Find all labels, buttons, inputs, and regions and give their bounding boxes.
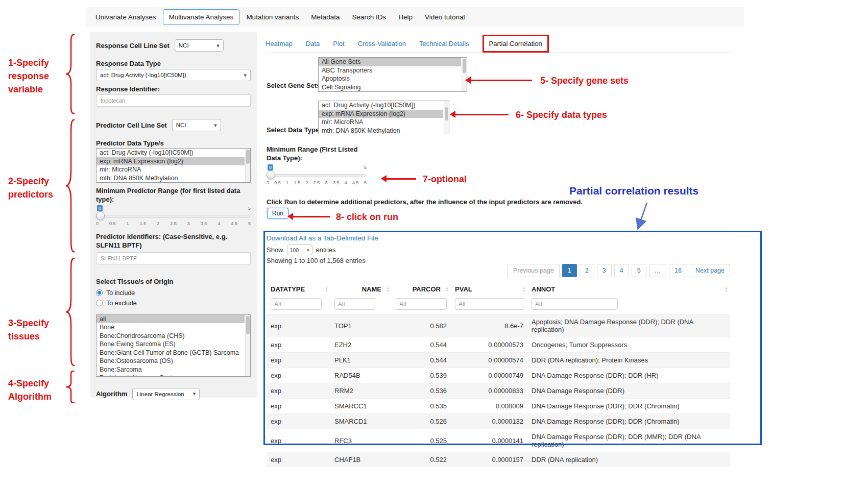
entries-per-page-select[interactable]: 100 ▾ xyxy=(287,245,312,255)
response-identifier-input[interactable] xyxy=(96,94,251,107)
next-page-button[interactable]: Next page xyxy=(690,264,730,277)
listbox-option[interactable]: all xyxy=(97,315,245,324)
table-row[interactable]: exp TOP1 0.582 8.6e-7 Apoptosis; DNA Dam… xyxy=(267,314,730,337)
radio-icon[interactable] xyxy=(96,300,103,306)
listbox-option[interactable]: mir: MicroRNA xyxy=(319,118,443,127)
column-filter-input[interactable] xyxy=(532,298,618,310)
listbox-option[interactable]: Bone:Ewing Sarcoma (ES) xyxy=(97,340,245,349)
listbox-option[interactable]: act: Drug Activity (-log10[IC50M]) xyxy=(97,149,245,157)
scrollbar[interactable] xyxy=(245,315,250,376)
column-filter-input[interactable] xyxy=(455,298,523,310)
tab[interactable]: Heatmap xyxy=(266,40,293,47)
column-filter-input[interactable] xyxy=(271,298,322,310)
nav-item[interactable]: Video tutorial xyxy=(419,10,471,25)
tissue-radio-option[interactable]: To include xyxy=(96,288,251,298)
nav-item[interactable]: Multivariate Analyses xyxy=(163,9,240,25)
column-header[interactable]: PARCOR ▲▼ xyxy=(392,281,451,297)
tissue-radio-option[interactable]: To exclude xyxy=(96,298,251,308)
tab[interactable]: Plot xyxy=(333,40,344,47)
download-link[interactable]: Download All as a Tab-Delimited File xyxy=(267,234,378,242)
nav-item[interactable]: Search IDs xyxy=(346,10,392,25)
table-row[interactable]: exp RRM2 0.536 0.00000833 DNA Damage Res… xyxy=(267,383,730,399)
sort-icon[interactable]: ▲▼ xyxy=(445,286,449,292)
page-button[interactable]: … xyxy=(649,264,667,277)
listbox-option[interactable]: Bone:Giant Cell Tumor of Bone (GCTB) Sar… xyxy=(97,349,245,357)
slider-handle[interactable] xyxy=(267,170,275,179)
predictor-data-types-listbox[interactable]: act: Drug Activity (-log10[IC50M]) exp: … xyxy=(96,148,251,183)
radio-icon[interactable] xyxy=(96,289,103,296)
slider-tick-label: 4.5 xyxy=(231,221,237,226)
nav-item[interactable]: Metadata xyxy=(305,10,345,25)
gene-sets-listbox[interactable]: All Gene Sets ABC Transporters Apoptosis… xyxy=(318,57,467,92)
nav-item[interactable]: Mutation variants xyxy=(240,10,304,25)
page-button[interactable]: 4 xyxy=(614,264,629,277)
column-header[interactable]: PVAL ▲▼ xyxy=(451,281,527,297)
cell-annot: DNA Damage Response (DDR); DDR (Chromati… xyxy=(527,414,730,429)
tissue-listbox[interactable]: all Bone Bone:Chondrosarcoma (CHS) Bone:… xyxy=(96,314,251,377)
tab[interactable]: Cross-Validation xyxy=(358,40,406,47)
page-button[interactable]: 3 xyxy=(597,264,612,277)
table-row[interactable]: exp SMARCC1 0.535 0.000009 DNA Damage Re… xyxy=(267,399,730,414)
table-row[interactable]: exp PLK1 0.544 0.00000574 DDR (DNA repli… xyxy=(267,353,730,368)
sort-icon[interactable]: ▲▼ xyxy=(522,286,525,292)
table-row[interactable]: exp EZH2 0.544 0.00000573 Oncogenes; Tum… xyxy=(267,337,730,353)
scrollbar[interactable] xyxy=(462,58,467,91)
slider-track[interactable] xyxy=(268,174,366,177)
listbox-option[interactable]: exp: mRNA Expression (log2) xyxy=(319,110,443,118)
column-header[interactable]: DATATYPE ▲▼ xyxy=(267,281,330,297)
min-range-slider[interactable]: 0 5 00.511.522.533.544.55 xyxy=(267,164,367,188)
table-row[interactable]: exp SMARCD1 0.526 0.0000132 DNA Damage R… xyxy=(267,414,730,429)
listbox-option[interactable]: exp: mRNA Expression (log2) xyxy=(97,157,245,166)
column-filter-input[interactable] xyxy=(396,298,447,310)
table-row[interactable]: exp RAD54B 0.539 0.00000749 DNA Damage R… xyxy=(267,368,730,383)
table-row[interactable]: exp RFC3 0.525 0.0000141 DNA Damage Resp… xyxy=(267,429,730,452)
listbox-option[interactable]: mth: DNA 850K Methylation xyxy=(97,174,245,183)
tab[interactable]: Data xyxy=(306,40,320,47)
entries-label: entries xyxy=(316,246,336,254)
response-data-type-select[interactable]: act: Drug Activity (-log10[IC50M]) ▾ xyxy=(96,69,251,81)
slider-track[interactable] xyxy=(97,215,250,218)
listbox-option[interactable]: All Gene Sets xyxy=(319,58,461,66)
data-types-listbox[interactable]: act: Drug Activity (-log10[IC50M]) exp: … xyxy=(318,101,449,134)
response-cell-line-set-select[interactable]: NCI ▾ xyxy=(175,39,224,52)
listbox-option[interactable]: Cell Signaling xyxy=(319,83,461,92)
arrow-annotation xyxy=(387,178,416,180)
listbox-option[interactable]: Bone:Sarcoma xyxy=(97,365,245,374)
nav-item[interactable]: Univariate Analyses xyxy=(90,10,162,25)
listbox-option[interactable]: Bone:Chondrosarcoma (CHS) xyxy=(97,332,245,340)
page-button[interactable]: 16 xyxy=(669,264,687,277)
slider-handle[interactable] xyxy=(96,211,105,220)
column-header[interactable]: NAME ▲▼ xyxy=(330,281,392,297)
listbox-option[interactable]: Peripheral_Nervous_System xyxy=(97,374,245,377)
listbox-option[interactable]: act: Drug Activity (-log10[IC50M]) xyxy=(319,101,443,110)
min-predictor-range-slider[interactable]: 0 5 00.511.522.533.544.55 xyxy=(96,205,251,229)
scrollbar[interactable] xyxy=(444,101,449,134)
listbox-option[interactable]: mth: DNA 850K Methylation xyxy=(319,127,443,135)
listbox-option[interactable]: mir: MicroRNA xyxy=(97,165,245,174)
predictor-identifiers-input[interactable] xyxy=(96,252,251,264)
column-filter-input[interactable] xyxy=(334,298,375,310)
listbox-option[interactable]: Bone:Osteosarcoma (OS) xyxy=(97,357,245,365)
listbox-option[interactable]: Apoptosis xyxy=(319,75,461,83)
previous-page-button[interactable]: Previous page xyxy=(508,264,560,277)
algorithm-select[interactable]: Linear Regression ▾ xyxy=(132,388,200,400)
sort-icon[interactable]: ▲▼ xyxy=(386,286,390,292)
listbox-option[interactable]: ABC Transporters xyxy=(319,66,461,75)
run-button[interactable]: Run xyxy=(267,208,288,219)
nav-item[interactable]: Help xyxy=(393,10,418,25)
page-button[interactable]: 5 xyxy=(632,264,646,277)
listbox-option[interactable]: Bone xyxy=(97,323,245,332)
page-button[interactable]: 1 xyxy=(562,264,577,277)
page-button[interactable]: 2 xyxy=(580,264,594,277)
sort-icon[interactable]: ▲▼ xyxy=(325,286,328,292)
scrollbar[interactable] xyxy=(245,149,250,182)
select-data-types-label: Select Data Types xyxy=(267,126,323,134)
table-row[interactable]: exp CHAF1B 0.522 0.0000157 DDR (DNA repl… xyxy=(267,452,730,468)
run-instruction-text: Click Run to determine additional predic… xyxy=(267,198,634,206)
column-header[interactable]: ANNOT ▲▼ xyxy=(527,281,730,297)
tab[interactable]: Technical Details xyxy=(419,40,469,47)
predictor-cell-line-set-select[interactable]: NCI ▾ xyxy=(172,119,221,131)
cell-pval: 0.0000132 xyxy=(451,414,527,429)
sort-icon[interactable]: ▲▼ xyxy=(725,286,728,292)
tab[interactable]: Partial Correlation xyxy=(483,35,549,53)
